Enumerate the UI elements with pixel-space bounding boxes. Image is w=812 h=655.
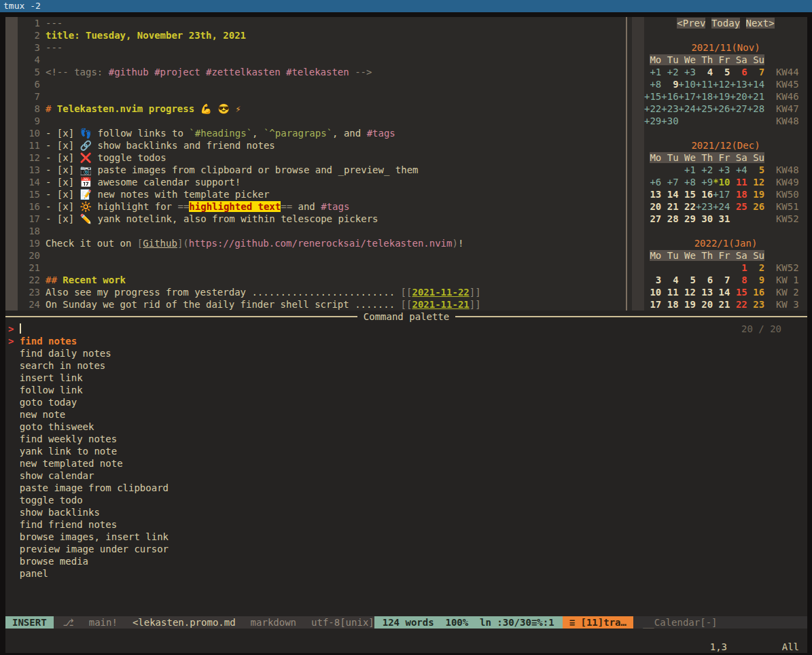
palette-item[interactable]: goto thisweek [5, 421, 807, 433]
calendar-day[interactable]: +24 [679, 103, 696, 114]
editor-window[interactable]: 1---2title: Tuesday, November 23th, 2021… [5, 17, 626, 311]
palette-item[interactable]: search in notes [5, 359, 807, 372]
calendar-day[interactable]: +25 [696, 103, 713, 114]
calendar-day[interactable]: 20 [644, 201, 661, 212]
calendar-day[interactable]: 30 [696, 213, 713, 224]
calendar-day[interactable]: +27 [730, 103, 747, 114]
calendar-day[interactable]: 12 [679, 287, 696, 298]
calendar-day[interactable]: *10 [713, 177, 730, 188]
calendar-day[interactable]: 16 [696, 189, 713, 200]
calendar-day[interactable]: +10 [679, 79, 696, 90]
calendar-day[interactable]: 2 [747, 262, 764, 273]
palette-item[interactable]: goto today [5, 396, 807, 408]
calendar-day[interactable]: 11 [730, 177, 747, 188]
calendar-day[interactable]: 5 [713, 67, 730, 77]
calendar-day[interactable]: 13 [696, 287, 713, 298]
calendar-day[interactable]: 26 [747, 201, 764, 212]
calendar-day[interactable]: +17 [713, 189, 730, 200]
calendar-day[interactable]: 15 [679, 189, 696, 200]
calendar-window[interactable]: <Prev Today Next> 2021/11(Nov) Mo Tu We … [627, 17, 807, 311]
calendar-day[interactable]: +3 [679, 67, 696, 77]
calendar-day[interactable]: +13 [730, 79, 747, 90]
note-link[interactable]: 2021-11-21 [412, 299, 469, 310]
calendar-day[interactable]: +1 [679, 164, 696, 175]
calendar-day[interactable]: 7 [747, 67, 764, 77]
palette-item[interactable]: toggle todo [5, 494, 807, 506]
command-palette[interactable]: Command palette > 20 / 20 > find notes f… [5, 311, 807, 616]
command-line[interactable]: :lua require('telekasten').panel() [5, 629, 807, 641]
calendar-day[interactable]: +12 [713, 79, 730, 90]
calendar-day[interactable]: 19 [679, 299, 696, 310]
calendar-day[interactable]: 23 [747, 299, 764, 310]
palette-item[interactable]: show backlinks [5, 506, 807, 518]
nav-next-button[interactable]: Next> [746, 18, 775, 29]
calendar-day[interactable]: 6 [696, 275, 713, 285]
calendar-day[interactable]: +15 [644, 91, 661, 102]
calendar-day[interactable]: +16 [661, 91, 678, 102]
calendar-day[interactable]: +2 [696, 164, 713, 175]
calendar-day[interactable]: +23 [696, 201, 713, 212]
palette-item[interactable]: browse media [5, 555, 807, 567]
calendar-day[interactable]: 28 [661, 213, 678, 224]
calendar-day[interactable]: +2 [661, 67, 678, 77]
calendar-day[interactable]: 12 [747, 177, 764, 188]
calendar-day[interactable]: +28 [747, 103, 764, 114]
calendar-day[interactable]: 4 [696, 67, 713, 77]
calendar-day[interactable]: 14 [713, 287, 730, 298]
calendar-day[interactable]: 25 [730, 201, 747, 212]
calendar-day[interactable]: +14 [747, 79, 764, 90]
palette-item[interactable]: find daily notes [5, 347, 807, 359]
calendar-day[interactable]: +9 [696, 177, 713, 188]
calendar-day[interactable]: +1 [644, 67, 661, 77]
calendar-day[interactable]: 27 [644, 213, 661, 224]
calendar-day[interactable]: 22 [679, 201, 696, 212]
palette-prompt-row[interactable]: > 20 / 20 [5, 323, 807, 335]
calendar-day[interactable]: 6 [730, 67, 747, 77]
calendar-day[interactable]: +21 [747, 91, 764, 102]
calendar-day[interactable]: 5 [747, 164, 764, 175]
palette-item[interactable]: > find notes [5, 335, 807, 347]
palette-item[interactable]: browse images, insert link [5, 531, 807, 543]
calendar-day[interactable]: +23 [661, 103, 678, 114]
calendar-day[interactable]: 1 [730, 262, 747, 273]
calendar-day[interactable]: 17 [644, 299, 661, 310]
palette-item[interactable]: preview image under cursor [5, 543, 807, 555]
calendar-day[interactable]: +7 [661, 177, 678, 188]
nav-today-button[interactable]: Today [711, 18, 740, 29]
calendar-day[interactable]: +17 [679, 91, 696, 102]
calendar-day[interactable]: 21 [661, 201, 678, 212]
calendar-day[interactable]: +6 [644, 177, 661, 188]
calendar-day[interactable]: 29 [679, 213, 696, 224]
buffer-tab-segment[interactable]: ≡ [11]tra… [563, 616, 633, 629]
palette-item[interactable]: yank link to note [5, 445, 807, 457]
calendar-day[interactable]: 15 [730, 287, 747, 298]
calendar-day[interactable]: +29 [644, 116, 661, 126]
calendar-day[interactable]: 10 [644, 287, 661, 298]
calendar-day[interactable]: 5 [679, 275, 696, 285]
calendar-day[interactable]: +20 [730, 91, 747, 102]
text-segment[interactable]: https://github.com/renerocksai/telekaste… [189, 238, 453, 249]
calendar-day[interactable]: 21 [713, 299, 730, 310]
calendar-day[interactable]: +24 [713, 201, 730, 212]
palette-item[interactable]: show calendar [5, 470, 807, 482]
calendar-day[interactable]: +19 [713, 91, 730, 102]
calendar-day[interactable]: +22 [644, 103, 661, 114]
palette-item[interactable]: new templated note [5, 457, 807, 470]
calendar-day[interactable]: 16 [747, 287, 764, 298]
nav-prev-button[interactable]: <Prev [677, 18, 705, 29]
calendar-day[interactable]: 8 [730, 275, 747, 285]
calendar-day[interactable]: 9 [661, 79, 678, 90]
calendar-day[interactable]: +8 [679, 177, 696, 188]
note-link[interactable]: Github [143, 238, 177, 249]
palette-item[interactable]: insert link [5, 372, 807, 384]
palette-item[interactable]: panel [5, 567, 807, 580]
palette-item[interactable]: follow link [5, 384, 807, 396]
calendar-day[interactable]: 3 [644, 275, 661, 285]
calendar-day[interactable]: 19 [747, 189, 764, 200]
calendar-day[interactable]: +8 [644, 79, 661, 90]
calendar-day[interactable]: 22 [730, 299, 747, 310]
calendar-day[interactable]: 18 [661, 299, 678, 310]
palette-item[interactable]: find friend notes [5, 518, 807, 531]
calendar-day[interactable]: 18 [730, 189, 747, 200]
calendar-day[interactable]: 7 [713, 275, 730, 285]
